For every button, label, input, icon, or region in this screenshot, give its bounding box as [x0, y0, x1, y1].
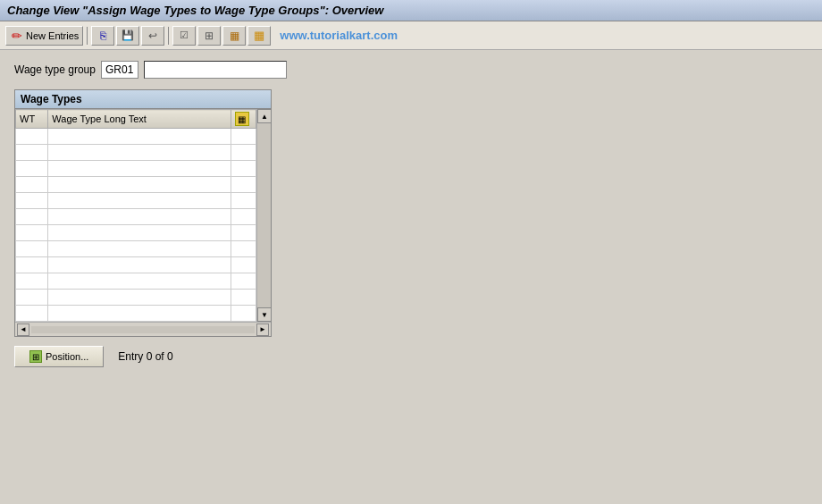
- col-wt-label: WT: [20, 113, 35, 124]
- scroll-down-button[interactable]: ▼: [257, 307, 272, 322]
- table-row: [16, 129, 256, 145]
- wage-type-group-row: Wage type group GR01: [14, 61, 808, 79]
- cell-wt: [16, 241, 48, 257]
- cell-wt: [16, 273, 48, 290]
- check-button[interactable]: ☑: [172, 26, 196, 46]
- pencil-icon: ✏: [10, 29, 24, 43]
- grid-button[interactable]: ▦: [247, 26, 271, 46]
- cell-long-text: [48, 161, 231, 177]
- scroll-right-button[interactable]: ►: [256, 323, 269, 336]
- col-header-wt: WT: [16, 110, 48, 129]
- toolbar: ✏ New Entries ⎘ 💾 ↩ ☑ ⊞ ▦ ▦ www.tutorial…: [0, 21, 822, 50]
- cell-empty: [231, 129, 256, 145]
- cell-wt: [16, 209, 48, 225]
- grid-icon: ▦: [252, 29, 266, 43]
- undo-icon: ↩: [146, 29, 160, 43]
- entry-info: Entry 0 of 0: [118, 350, 172, 363]
- cell-wt: [16, 225, 48, 241]
- watermark-text: www.tutorialkart.com: [280, 29, 398, 42]
- cell-empty: [231, 145, 256, 161]
- table-row: [16, 193, 256, 209]
- table-row: [16, 161, 256, 177]
- content-area: Wage type group GR01 Wage Types WT: [0, 50, 822, 378]
- details-button[interactable]: ⊞: [197, 26, 221, 46]
- table-wrapper: WT Wage Type Long Text ▦: [15, 109, 271, 336]
- cell-wt: [16, 129, 48, 145]
- table-row: [16, 306, 256, 322]
- copy-icon: ⎘: [96, 29, 110, 43]
- table-row: [16, 177, 256, 193]
- cell-long-text: [48, 241, 231, 257]
- new-entries-label: New Entries: [26, 30, 79, 41]
- cell-empty: [231, 193, 256, 209]
- cell-long-text: [48, 177, 231, 193]
- separator-2: [168, 27, 169, 45]
- save-button[interactable]: 💾: [116, 26, 139, 46]
- col-long-text-label: Wage Type Long Text: [52, 113, 147, 124]
- cell-empty: [231, 225, 256, 241]
- cell-long-text: [48, 273, 231, 290]
- wage-type-group-label: Wage type group: [14, 63, 96, 76]
- cell-wt: [16, 306, 48, 322]
- separator-1: [87, 27, 88, 45]
- vertical-scrollbar[interactable]: ▲ ▼: [256, 109, 271, 322]
- cell-wt: [16, 257, 48, 273]
- cell-empty: [231, 257, 256, 273]
- position-label: Position...: [46, 351, 88, 362]
- details-icon: ⊞: [202, 29, 216, 43]
- cell-empty: [231, 177, 256, 193]
- cell-empty: [231, 241, 256, 257]
- table-title: Wage Types: [15, 90, 271, 109]
- scroll-left-button[interactable]: ◄: [17, 323, 29, 336]
- new-entries-button[interactable]: ✏ New Entries: [5, 26, 83, 46]
- cell-empty: [231, 161, 256, 177]
- wage-type-group-input[interactable]: [144, 61, 287, 79]
- cell-long-text: [48, 145, 231, 161]
- position-button[interactable]: ⊞ Position...: [14, 346, 104, 367]
- horizontal-scrollbar[interactable]: ◄ ►: [15, 322, 271, 336]
- wage-type-group-code: GR01: [105, 63, 133, 76]
- table-row: [16, 225, 256, 241]
- column-settings-icon[interactable]: ▦: [235, 112, 249, 126]
- settings-icon: ▦: [227, 29, 241, 43]
- data-table: WT Wage Type Long Text ▦: [15, 109, 256, 322]
- bottom-bar: ⊞ Position... Entry 0 of 0: [14, 346, 808, 367]
- settings-button[interactable]: ▦: [222, 26, 246, 46]
- cell-empty: [231, 209, 256, 225]
- cell-empty: [231, 306, 256, 322]
- cell-wt: [16, 290, 48, 306]
- cell-empty: [231, 273, 256, 290]
- scroll-up-button[interactable]: ▲: [257, 109, 272, 123]
- cell-long-text: [48, 225, 231, 241]
- cell-long-text: [48, 129, 231, 145]
- scroll-track-vertical: [257, 123, 271, 307]
- position-icon: ⊞: [29, 350, 42, 363]
- cell-long-text: [48, 257, 231, 273]
- undo-button[interactable]: ↩: [141, 26, 164, 46]
- col-header-icon[interactable]: ▦: [231, 110, 256, 129]
- wage-types-table-container: Wage Types WT Wage Type Long Text: [14, 89, 272, 337]
- table-row: [16, 145, 256, 161]
- table-row: [16, 290, 256, 306]
- table-row: [16, 257, 256, 273]
- cell-wt: [16, 193, 48, 209]
- table-row: [16, 241, 256, 257]
- save-icon: 💾: [121, 29, 135, 43]
- cell-empty: [231, 290, 256, 306]
- cell-long-text: [48, 193, 231, 209]
- page-title: Change View "Assign Wage Types to Wage T…: [7, 4, 383, 17]
- col-header-long-text: Wage Type Long Text: [48, 110, 231, 129]
- cell-wt: [16, 161, 48, 177]
- table-row: [16, 209, 256, 225]
- wage-type-group-value: GR01: [101, 61, 138, 79]
- scroll-track-horizontal: [31, 326, 255, 333]
- cell-wt: [16, 177, 48, 193]
- copy-button[interactable]: ⎘: [91, 26, 114, 46]
- cell-wt: [16, 145, 48, 161]
- cell-long-text: [48, 290, 231, 306]
- cell-long-text: [48, 306, 231, 322]
- cell-long-text: [48, 209, 231, 225]
- table-body: [16, 129, 256, 322]
- check-icon: ☑: [177, 29, 191, 43]
- title-bar: Change View "Assign Wage Types to Wage T…: [0, 0, 822, 21]
